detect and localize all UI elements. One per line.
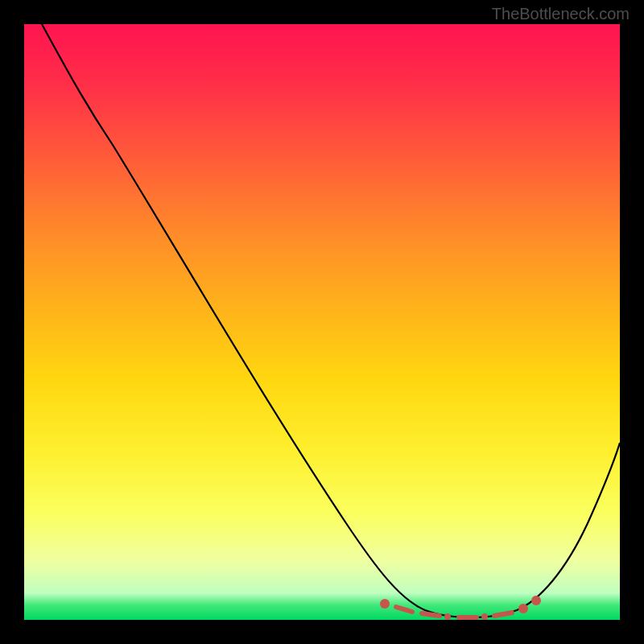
- marker-dash: [422, 613, 440, 616]
- marker-dot: [518, 604, 528, 613]
- plot-area: [24, 24, 620, 620]
- bottleneck-curve: [42, 24, 620, 617]
- chart-svg: [24, 24, 620, 620]
- marker-dash: [494, 613, 512, 616]
- marker-dot: [481, 613, 488, 620]
- optimal-range-markers: [380, 596, 541, 620]
- marker-dot: [444, 613, 451, 620]
- marker-dot: [380, 599, 390, 609]
- watermark-text: TheBottleneck.com: [492, 5, 630, 23]
- marker-dash: [396, 607, 412, 612]
- marker-dot: [531, 596, 541, 605]
